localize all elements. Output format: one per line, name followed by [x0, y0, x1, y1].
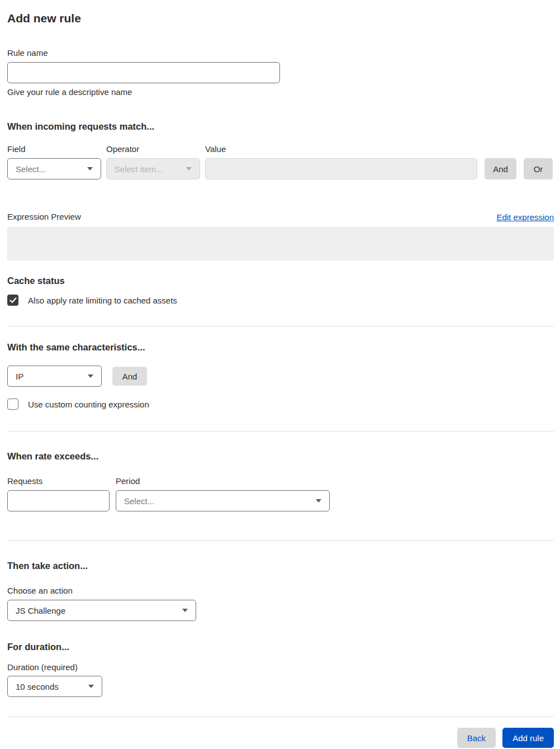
back-button[interactable]: Back	[457, 728, 496, 748]
rule-name-input[interactable]	[7, 62, 280, 83]
section-divider	[7, 541, 554, 541]
field-select-value: Select...	[16, 164, 46, 174]
checkmark-icon	[10, 297, 17, 304]
characteristics-and-button[interactable]: And	[112, 367, 147, 386]
cache-section-heading: Cache status	[7, 276, 553, 286]
expression-preview-label: Expression Preview	[7, 212, 81, 222]
field-select[interactable]: Select...	[7, 158, 101, 179]
period-select-value: Select...	[124, 496, 154, 506]
operator-label: Operator	[106, 144, 205, 154]
cache-checkbox[interactable]	[7, 295, 18, 306]
add-rule-button[interactable]: Add rule	[502, 728, 554, 748]
rule-name-helper: Give your rule a descriptive name	[7, 87, 553, 97]
requests-label: Requests	[7, 476, 116, 486]
custom-counting-checkbox-label: Use custom counting expression	[28, 400, 149, 409]
footer-actions: Back Add rule	[7, 728, 554, 748]
field-label: Field	[7, 144, 106, 154]
duration-section-heading: For duration...	[7, 642, 553, 652]
chevron-down-icon	[88, 685, 94, 688]
characteristic-select[interactable]: IP	[7, 366, 102, 387]
requests-input[interactable]	[7, 490, 110, 511]
rule-name-label: Rule name	[7, 48, 553, 58]
period-select[interactable]: Select...	[116, 490, 330, 511]
chevron-down-icon	[186, 167, 192, 170]
characteristic-select-value: IP	[16, 372, 23, 381]
chevron-down-icon	[87, 167, 93, 170]
chevron-down-icon	[182, 609, 188, 612]
operator-select[interactable]: Select item...	[106, 158, 200, 179]
action-label: Choose an action	[7, 586, 553, 596]
chevron-down-icon	[316, 499, 321, 503]
value-input[interactable]	[205, 158, 477, 179]
section-divider	[7, 431, 554, 432]
period-label: Period	[116, 476, 140, 486]
operator-select-value: Select item...	[115, 164, 163, 174]
edit-expression-link[interactable]: Edit expression	[496, 212, 554, 222]
chevron-down-icon	[88, 374, 93, 378]
characteristics-section-heading: With the same characteristics...	[7, 342, 553, 353]
duration-select-value: 10 seconds	[16, 682, 59, 691]
or-button[interactable]: Or	[524, 158, 553, 179]
rate-section-heading: When rate exceeds...	[7, 451, 553, 462]
duration-select[interactable]: 10 seconds	[7, 676, 102, 697]
expression-preview-box	[7, 227, 554, 260]
section-divider	[7, 326, 554, 326]
duration-label: Duration (required)	[7, 662, 553, 672]
action-select-value: JS Challenge	[16, 606, 65, 615]
footer-divider	[7, 717, 554, 717]
page-title: Add new rule	[7, 11, 553, 25]
action-section-heading: Then take action...	[7, 561, 553, 571]
value-label: Value	[205, 144, 226, 154]
custom-counting-checkbox[interactable]	[7, 399, 18, 410]
match-section-heading: When incoming requests match...	[7, 121, 553, 132]
and-button[interactable]: And	[485, 158, 516, 179]
action-select[interactable]: JS Challenge	[7, 600, 196, 621]
cache-checkbox-label: Also apply rate limiting to cached asset…	[28, 296, 177, 305]
add-rule-form: Add new rule Rule name Give your rule a …	[0, 0, 560, 748]
